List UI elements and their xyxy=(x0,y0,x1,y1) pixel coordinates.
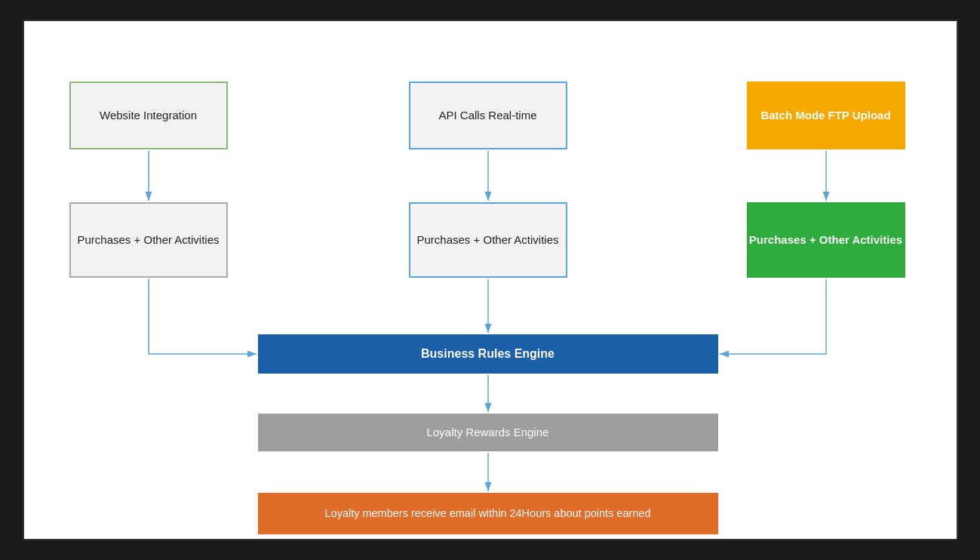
batch-ftp-label: Batch Mode FTP Upload xyxy=(760,108,890,123)
diagram-wrapper: Website Integration API Calls Real-time … xyxy=(23,20,958,540)
api-calls-box: API Calls Real-time xyxy=(409,82,567,149)
activities-box-1: Purchases + Other Activities xyxy=(69,202,228,278)
activities-label-3: Purchases + Other Activities xyxy=(749,232,902,248)
activities-label-2: Purchases + Other Activities xyxy=(417,232,559,248)
api-calls-label: API Calls Real-time xyxy=(438,108,536,123)
activities-label-1: Purchases + Other Activities xyxy=(78,232,220,248)
activities-box-2: Purchases + Other Activities xyxy=(409,202,567,278)
activities-box-3: Purchases + Other Activities xyxy=(747,202,905,278)
loyalty-rewards-engine-label: Loyalty Rewards Engine xyxy=(427,425,549,440)
website-integration-box: Website Integration xyxy=(69,82,228,149)
email-notification-label: Loyalty members receive email within 24H… xyxy=(325,506,651,522)
email-notification-box: Loyalty members receive email within 24H… xyxy=(258,493,718,534)
business-rules-engine-box: Business Rules Engine xyxy=(258,334,718,374)
batch-ftp-box: Batch Mode FTP Upload xyxy=(747,82,905,149)
loyalty-rewards-engine-box: Loyalty Rewards Engine xyxy=(258,414,718,451)
business-rules-engine-label: Business Rules Engine xyxy=(421,346,555,362)
diagram-canvas: Website Integration API Calls Real-time … xyxy=(24,21,957,539)
website-integration-label: Website Integration xyxy=(100,108,197,123)
